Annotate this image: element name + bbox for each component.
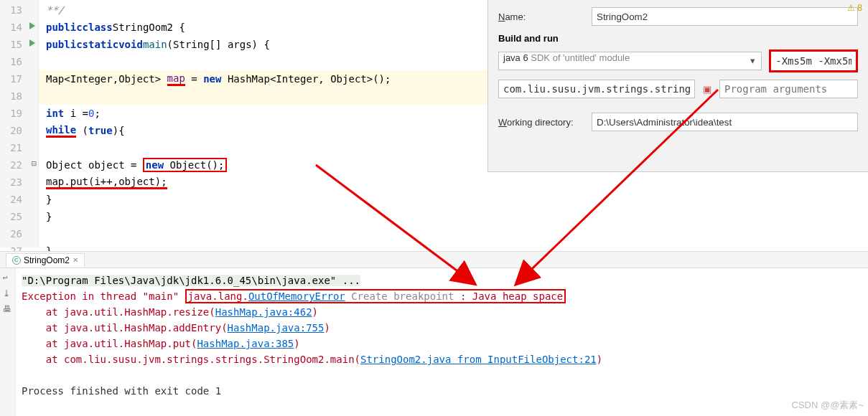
kw-while: while — [46, 124, 76, 138]
close-icon[interactable]: ✕ — [73, 256, 78, 264]
sdk-dropdown[interactable]: java 6 SDK of 'untitled' module — [498, 52, 762, 70]
line-number: 26 — [10, 228, 22, 240]
stack-at: at com.liu.susu.jvm.strings.strings.Stri… — [22, 354, 360, 365]
line-number: 24 — [10, 194, 22, 205]
name-label: Name: — [498, 11, 584, 22]
kw: new — [146, 159, 164, 171]
brace: } — [46, 211, 52, 222]
main-class-field[interactable] — [498, 80, 695, 98]
warn-count: 8 — [857, 3, 862, 13]
kw: int — [46, 108, 64, 119]
class-name: StringOom2 — [113, 22, 173, 33]
num: 0 — [88, 108, 94, 119]
warning-badge[interactable]: ⚠ 8 — [847, 3, 862, 13]
line-number: 17 — [10, 73, 22, 85]
txt: ){ — [113, 125, 125, 136]
args: (String[] args) { — [167, 39, 270, 50]
line-number: 19 — [10, 108, 22, 119]
line-number: 15 — [10, 39, 22, 50]
fn: main — [143, 39, 167, 50]
exc-class-pkg: java.lang. — [188, 290, 248, 302]
sdk-hint: SDK of 'untitled' module — [531, 52, 630, 63]
stack-at: at java.util.HashMap.addEntry( — [22, 322, 228, 334]
watermark: CSDN @@素素~ — [792, 399, 864, 412]
line-number: 25 — [10, 211, 22, 222]
exit-code-line: Process finished with exit code 1 — [22, 383, 862, 399]
call-put: map.put(i++,object); — [46, 176, 167, 189]
exc-prefix: Exception in thread "main" — [22, 290, 185, 302]
txt: ( — [76, 125, 88, 136]
open-class-icon[interactable]: ▣ — [702, 84, 712, 95]
stack-link[interactable]: StringOom2.java from InputFileObject:21 — [360, 354, 597, 365]
line-number: 20 — [10, 125, 22, 136]
code-text: **/ — [46, 4, 64, 16]
kw: true — [88, 125, 113, 136]
working-dir-field[interactable] — [592, 113, 858, 131]
var-map: map — [167, 72, 185, 86]
tab-label: StringOom2 — [24, 255, 70, 265]
vm-options-field[interactable] — [771, 52, 856, 70]
stack-link[interactable]: HashMap.java:755 — [228, 322, 325, 334]
semi: ; — [94, 108, 100, 119]
console-output[interactable]: "D:\Program Files\Java\jdk\jdk1.6.0_45\b… — [16, 268, 868, 416]
stack-link[interactable]: HashMap.java:462 — [215, 306, 312, 318]
tab-stringoom2[interactable]: C StringOom2 ✕ — [6, 253, 85, 267]
exc-class-link[interactable]: OutOfMemoryError — [248, 290, 345, 302]
line-number: 13 — [10, 4, 22, 16]
print-icon[interactable]: 🖶 — [3, 304, 13, 314]
brace: { — [173, 22, 185, 33]
kw: public — [46, 39, 83, 50]
type: HashMap<Integer, Object>(); — [221, 73, 391, 85]
line-number: 23 — [10, 176, 22, 188]
brace: } — [46, 194, 52, 205]
txt: Object(); — [164, 159, 224, 171]
soft-wrap-icon[interactable]: ↩ — [3, 273, 13, 283]
eq: = — [185, 73, 203, 85]
txt: i = — [64, 108, 88, 119]
kw: class — [83, 22, 113, 33]
gutter: 13 14 15 16 17 18 19 20 21 22 23 24 25 2… — [0, 0, 39, 247]
line-number: 18 — [10, 90, 22, 102]
name-field[interactable] — [592, 7, 858, 26]
paren: ) — [324, 322, 330, 334]
build-run-section: Build and run — [498, 33, 858, 44]
stack-at: at java.util.HashMap.resize( — [22, 306, 215, 318]
run-config-panel: ⚠ 8 Name: Build and run java 6 SDK of 'u… — [487, 0, 868, 172]
sdk-value: java 6 — [503, 52, 531, 63]
line-number: 21 — [10, 142, 22, 153]
paren: ) — [294, 338, 299, 349]
paren: ) — [312, 306, 318, 318]
console-toolbar: ↩ ⤓ 🖶 — [0, 268, 16, 416]
program-args-field[interactable] — [719, 80, 858, 98]
paren: ) — [597, 354, 602, 365]
wd-label: Working directory: — [498, 117, 584, 128]
stack-link[interactable]: HashMap.java:385 — [197, 338, 294, 349]
kw: public — [46, 22, 83, 33]
exc-msg: : Java heap space — [460, 290, 563, 302]
type: Map<Integer,Object> — [46, 73, 167, 85]
stack-at: at java.util.HashMap.put( — [22, 338, 197, 349]
create-breakpoint[interactable]: Create breakpoint — [345, 290, 460, 302]
line-number: 16 — [10, 56, 22, 67]
class-icon: C — [12, 256, 21, 265]
console-tabs: C StringOom2 ✕ — [0, 251, 868, 268]
cmd-line: "D:\Program Files\Java\jdk\jdk1.6.0_45\b… — [22, 275, 360, 286]
console: ↩ ⤓ 🖶 "D:\Program Files\Java\jdk\jdk1.6.… — [0, 268, 868, 416]
run-icon[interactable] — [29, 22, 35, 29]
kw: new — [203, 73, 221, 85]
run-icon[interactable] — [29, 39, 35, 47]
line-number: 14 — [10, 22, 22, 33]
line-number: 22 — [10, 159, 22, 171]
txt: Object object = — [46, 159, 143, 171]
kw: static — [83, 39, 119, 50]
kw: void — [118, 39, 143, 50]
scroll-end-icon[interactable]: ⤓ — [3, 288, 13, 298]
